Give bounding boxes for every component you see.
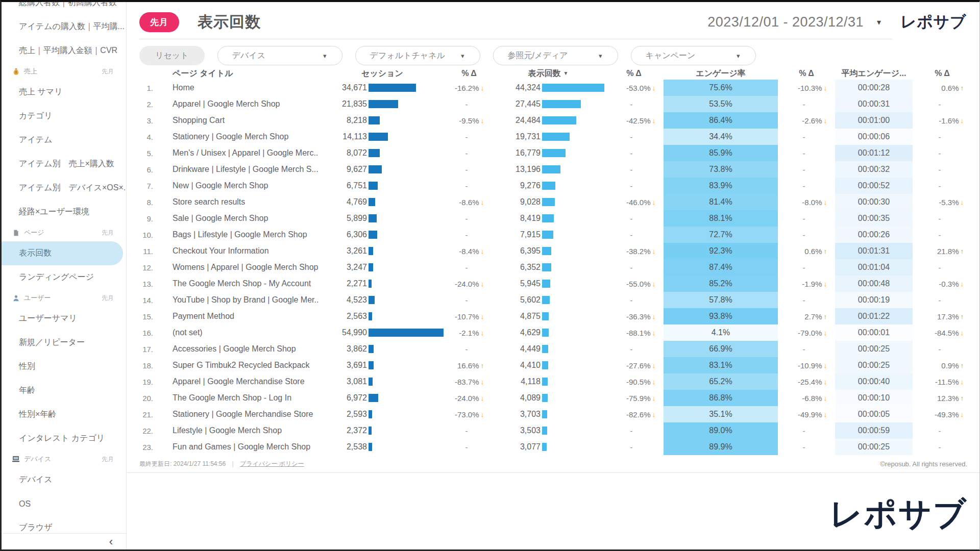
header-engagement-delta[interactable]: % Δ bbox=[778, 69, 835, 78]
page-title-cell: (not set) bbox=[155, 328, 318, 337]
page-title-cell: Stationery | Google Merch Shop bbox=[155, 132, 318, 141]
sidebar-item[interactable]: 性別×年齢 bbox=[2, 403, 126, 427]
row-rank: 23. bbox=[137, 443, 155, 452]
header-page-title[interactable]: ページ タイトル bbox=[155, 68, 318, 79]
sessions-delta: -16.2%↓ bbox=[446, 84, 492, 92]
views-bar bbox=[542, 410, 547, 418]
sessions-delta: -8.4%↓ bbox=[446, 247, 492, 256]
avg-engagement-delta: 21.8%↑ bbox=[913, 247, 972, 256]
sidebar-collapse-icon[interactable]: ‹ bbox=[109, 536, 113, 547]
sessions-delta: - bbox=[446, 165, 492, 174]
last-updated-text: 最終更新日: 2024/1/27 11:54:56 bbox=[139, 460, 226, 468]
date-range-selector[interactable]: 2023/12/01 - 2023/12/31 ▾ bbox=[707, 14, 881, 30]
source-media-filter-label: 参照元/メディア bbox=[508, 51, 568, 61]
avg-engagement-cell: 00:00:30 bbox=[835, 194, 913, 210]
sidebar-item-active[interactable]: 表示回数 bbox=[2, 241, 123, 265]
header-engagement-rate[interactable]: エンゲージ率 bbox=[664, 68, 778, 79]
avg-engagement-delta: - bbox=[913, 427, 972, 435]
row-rank: 16. bbox=[137, 329, 155, 337]
avg-engagement-cell: 00:01:04 bbox=[835, 259, 913, 276]
page-title-cell: Drinkware | Lifestyle | Google Merch S..… bbox=[155, 165, 318, 174]
views-delta: -55.0%↓ bbox=[604, 280, 664, 288]
page-title-cell: Stationery | Google Merchandise Store bbox=[155, 410, 318, 419]
default-channel-filter-dropdown[interactable]: デフォルトチャネル ▾ bbox=[355, 46, 480, 65]
avg-engagement-cell: 00:00:40 bbox=[835, 373, 913, 390]
avg-engagement-cell: 00:00:25 bbox=[835, 439, 913, 455]
sidebar-item[interactable]: 年齢 bbox=[2, 379, 126, 403]
avg-engagement-delta: - bbox=[913, 182, 972, 190]
sidebar-item[interactable]: ユーザーサマリ bbox=[2, 307, 126, 331]
header-avg-engagement-delta[interactable]: % Δ bbox=[913, 69, 972, 78]
sidebar-item[interactable]: アイテム bbox=[2, 128, 126, 152]
arrow-up-icon: ↑ bbox=[961, 394, 964, 402]
page-icon bbox=[12, 229, 20, 237]
header-views-delta[interactable]: % Δ bbox=[604, 69, 664, 78]
engagement-delta: -8.0%↓ bbox=[778, 198, 835, 207]
sessions-bar bbox=[369, 443, 372, 451]
header-sessions[interactable]: セッション bbox=[318, 68, 446, 79]
header-sessions-delta[interactable]: % Δ bbox=[446, 69, 492, 78]
brand-logo-large: レポサブ bbox=[829, 492, 967, 536]
engagement-rate-cell: 89.9% bbox=[664, 439, 778, 455]
sidebar-item[interactable]: アイテム別 デバイス×OS×... bbox=[2, 176, 126, 200]
sidebar-item[interactable]: 売上｜平均購入金額｜CVR bbox=[2, 39, 126, 63]
sessions-delta: - bbox=[446, 149, 492, 158]
device-filter-dropdown[interactable]: デバイス ▾ bbox=[217, 46, 342, 65]
sessions-bar bbox=[369, 280, 372, 288]
sessions-delta: - bbox=[446, 182, 492, 190]
sidebar-item[interactable]: 性別 bbox=[2, 355, 126, 379]
engagement-delta: -6.8%↓ bbox=[778, 394, 835, 403]
sidebar-item[interactable]: アイテム別 売上×購入数 bbox=[2, 152, 126, 176]
sessions-delta: - bbox=[446, 214, 492, 223]
engagement-delta: - bbox=[778, 443, 835, 452]
sidebar-item[interactable]: OS bbox=[2, 492, 126, 516]
sidebar-section-20: デバイス先月 bbox=[2, 450, 126, 468]
engagement-delta: 2.7%↑ bbox=[778, 312, 835, 321]
engagement-rate-cell: 73.8% bbox=[664, 161, 778, 178]
avg-engagement-delta: - bbox=[913, 149, 972, 158]
views-delta: - bbox=[604, 443, 664, 452]
row-rank: 19. bbox=[137, 378, 155, 386]
avg-engagement-cell: 00:00:25 bbox=[835, 341, 913, 357]
engagement-delta: - bbox=[778, 149, 835, 158]
sidebar-item[interactable]: 経路×ユーザー環境 bbox=[2, 200, 126, 224]
filter-bar: リセット デバイス ▾ デフォルトチャネル ▾ 参照元/メディア ▾ キャンペー… bbox=[139, 46, 979, 65]
views-delta: - bbox=[604, 296, 664, 305]
reset-button[interactable]: リセット bbox=[139, 46, 205, 65]
privacy-policy-link[interactable]: プライバシー ポリシー bbox=[240, 460, 304, 468]
report-header: 先月 表示回数 2023/12/01 - 2023/12/31 ▾ レポサブ bbox=[127, 2, 979, 36]
engagement-delta: -1.9%↓ bbox=[778, 280, 835, 288]
money-bag-icon bbox=[12, 68, 20, 76]
source-media-filter-dropdown[interactable]: 参照元/メディア ▾ bbox=[493, 46, 618, 65]
campaign-filter-dropdown[interactable]: キャンペーン ▾ bbox=[631, 46, 756, 65]
sidebar-item[interactable]: 総購入者数｜初回購入者数 bbox=[2, 2, 126, 15]
sessions-cell: 3,081 bbox=[318, 377, 446, 386]
avg-engagement-cell: 00:00:48 bbox=[835, 276, 913, 292]
sidebar-item[interactable]: ランディングページ bbox=[2, 265, 126, 289]
table-row: 4.Stationery | Google Merch Shop14,113-1… bbox=[137, 129, 972, 145]
sidebar-item[interactable]: インタレスト カテゴリ bbox=[2, 427, 126, 450]
sidebar-nav: 総購入者数｜初回購入者数アイテムの購入数｜平均購...売上｜平均購入金額｜CVR… bbox=[2, 2, 126, 536]
header-views[interactable]: 表示回数▼ bbox=[492, 68, 604, 79]
table-row: 15.Payment Method2,563-10.7%↓4,875-36.3%… bbox=[137, 308, 972, 324]
avg-engagement-delta: 12.3%↑ bbox=[913, 394, 972, 403]
views-bar bbox=[542, 247, 551, 255]
row-rank: 1. bbox=[137, 84, 155, 92]
views-cell: 6,352 bbox=[492, 263, 604, 272]
sessions-bar bbox=[369, 361, 374, 369]
sessions-bar bbox=[369, 214, 377, 222]
sidebar-item[interactable]: 新規／リピーター bbox=[2, 331, 126, 355]
header-avg-engagement[interactable]: 平均エンゲージ... bbox=[835, 68, 913, 79]
sidebar-item[interactable]: デバイス bbox=[2, 468, 126, 492]
table-row: 9.Sale | Google Merch Shop5,899-8,419-88… bbox=[137, 210, 972, 227]
header-divider bbox=[139, 39, 893, 39]
page-title-cell: Fun and Games | Google Merch Shop bbox=[155, 442, 318, 452]
arrow-down-icon: ↓ bbox=[961, 117, 964, 124]
sidebar-item[interactable]: アイテムの購入数｜平均購... bbox=[2, 15, 126, 39]
sessions-bar bbox=[369, 410, 372, 418]
page-title-cell: Men's / Unisex | Apparel | Google Merc..… bbox=[155, 148, 318, 158]
table-row: 17.Accessories | Google Merch Shop3,862-… bbox=[137, 341, 972, 357]
sidebar-item[interactable]: カテゴリ bbox=[2, 104, 126, 128]
sessions-bar bbox=[369, 198, 375, 206]
sidebar-item[interactable]: 売上 サマリ bbox=[2, 80, 126, 104]
